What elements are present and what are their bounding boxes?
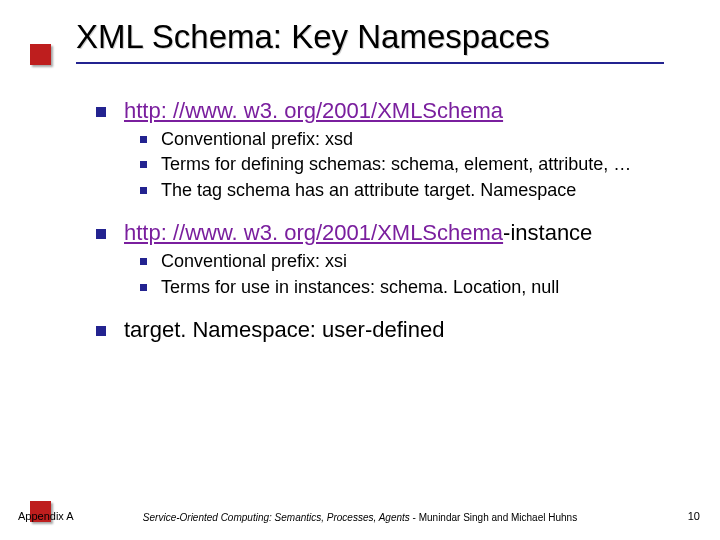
slide: XML Schema: Key Namespaces http: //www. … xyxy=(0,0,720,540)
title-underline xyxy=(76,62,664,64)
bullet-level2: Terms for defining schemas: schema, elem… xyxy=(140,153,686,176)
level1-suffix: -instance xyxy=(503,220,592,245)
level1-text: target. Namespace: user-defined xyxy=(124,317,686,343)
bullet-level2: Terms for use in instances: schema. Loca… xyxy=(140,276,686,299)
bullet-level1: http: //www. w3. org/2001/XMLSchema xyxy=(96,98,686,124)
title-wrap: XML Schema: Key Namespaces xyxy=(76,18,550,56)
footer-authors: - Munindar Singh and Michael Huhns xyxy=(410,512,577,523)
level2-group: Conventional prefix: xsi Terms for use i… xyxy=(140,250,686,299)
square-bullet-icon xyxy=(96,326,106,336)
slide-title: XML Schema: Key Namespaces xyxy=(76,18,550,56)
footer-center: Service-Oriented Computing: Semantics, P… xyxy=(0,512,720,523)
square-bullet-icon xyxy=(140,284,147,291)
slide-body: http: //www. w3. org/2001/XMLSchema Conv… xyxy=(96,90,686,347)
level2-text: The tag schema has an attribute target. … xyxy=(161,179,686,202)
square-bullet-icon xyxy=(140,161,147,168)
square-bullet-icon xyxy=(140,136,147,143)
bullet-level2: Conventional prefix: xsi xyxy=(140,250,686,273)
level2-group: Conventional prefix: xsd Terms for defin… xyxy=(140,128,686,202)
level1-text: http: //www. w3. org/2001/XMLSchema-inst… xyxy=(124,220,686,246)
level2-text: Conventional prefix: xsd xyxy=(161,128,686,151)
square-bullet-icon xyxy=(96,107,106,117)
accent-square-top xyxy=(30,44,51,65)
square-bullet-icon xyxy=(96,229,106,239)
level2-text: Terms for defining schemas: schema, elem… xyxy=(161,153,686,176)
level2-text: Conventional prefix: xsi xyxy=(161,250,686,273)
namespace-link[interactable]: http: //www. w3. org/2001/XMLSchema xyxy=(124,220,503,245)
namespace-link[interactable]: http: //www. w3. org/2001/XMLSchema xyxy=(124,98,503,123)
square-bullet-icon xyxy=(140,258,147,265)
footer-book-title: Service-Oriented Computing: Semantics, P… xyxy=(143,512,410,523)
bullet-level1: target. Namespace: user-defined xyxy=(96,317,686,343)
square-bullet-icon xyxy=(140,187,147,194)
bullet-level2: Conventional prefix: xsd xyxy=(140,128,686,151)
slide-number: 10 xyxy=(688,510,700,522)
level1-text: http: //www. w3. org/2001/XMLSchema xyxy=(124,98,686,124)
bullet-level1: http: //www. w3. org/2001/XMLSchema-inst… xyxy=(96,220,686,246)
bullet-level2: The tag schema has an attribute target. … xyxy=(140,179,686,202)
level2-text: Terms for use in instances: schema. Loca… xyxy=(161,276,686,299)
